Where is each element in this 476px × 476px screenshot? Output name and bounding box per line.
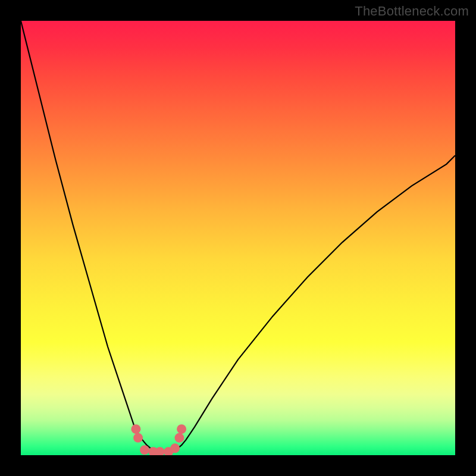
trough-marker	[170, 443, 180, 453]
trough-marker	[177, 424, 186, 434]
trough-marker	[140, 445, 149, 455]
trough-marker	[133, 433, 143, 443]
right-curve	[164, 155, 455, 452]
curve-overlay	[21, 21, 455, 455]
trough-markers	[131, 424, 186, 455]
trough-marker	[174, 433, 184, 443]
trough-marker	[131, 424, 140, 434]
left-curve	[21, 21, 164, 452]
watermark-text: TheBottleneck.com	[355, 4, 469, 19]
chart-container: TheBottleneck.com	[0, 0, 476, 476]
